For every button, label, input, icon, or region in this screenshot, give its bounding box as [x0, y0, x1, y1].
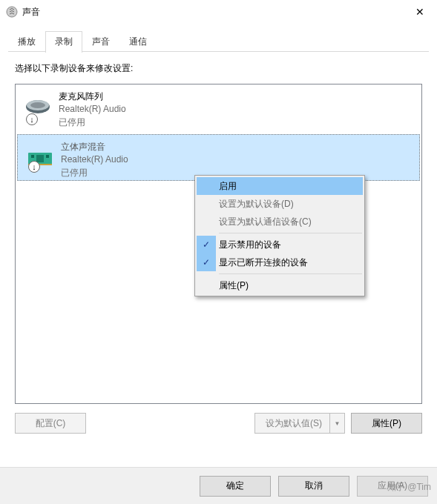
- ctx-separator: [219, 233, 362, 233]
- ctx-show-disconnected[interactable]: ✓ 显示已断开连接的设备: [197, 253, 363, 271]
- device-name: 立体声混音: [61, 141, 128, 153]
- set-default-label: 设为默认值(S): [266, 417, 322, 430]
- tab-communication[interactable]: 通信: [119, 32, 157, 52]
- titlebar: 声音 ✕: [0, 0, 437, 24]
- tabstrip: 播放 录制 声音 通信: [0, 24, 437, 52]
- context-menu: 启用 设置为默认设备(D) 设置为默认通信设备(C) ✓ 显示禁用的设备 ✓ 显…: [194, 175, 365, 296]
- svg-point-3: [30, 102, 45, 108]
- ctx-enable[interactable]: 启用: [197, 177, 363, 195]
- tab-recording[interactable]: 录制: [45, 31, 82, 53]
- properties-button[interactable]: 属性(P): [351, 413, 422, 434]
- device-status: 已停用: [61, 167, 128, 179]
- dialog-buttons: 确定 取消 应用(A): [0, 467, 437, 504]
- ctx-set-comm-default[interactable]: 设置为默认通信设备(C): [197, 213, 363, 231]
- device-item-microphone[interactable]: ↓ 麦克风阵列 Realtek(R) Audio 已停用: [16, 84, 421, 133]
- set-default-button[interactable]: 设为默认值(S) ▼: [254, 413, 345, 434]
- window-title: 声音: [22, 6, 403, 19]
- disabled-badge-icon: ↓: [28, 161, 40, 173]
- configure-button[interactable]: 配置(C): [15, 413, 86, 434]
- svg-rect-6: [46, 155, 49, 158]
- ctx-properties[interactable]: 属性(P): [197, 276, 363, 294]
- tab-sounds[interactable]: 声音: [82, 32, 119, 52]
- close-icon: ✕: [415, 6, 424, 18]
- ok-button[interactable]: 确定: [200, 476, 271, 497]
- ctx-label: 显示禁用的设备: [219, 239, 281, 251]
- ctx-label: 显示已断开连接的设备: [219, 256, 308, 269]
- app-icon: [6, 6, 18, 18]
- check-icon: ✓: [197, 253, 216, 271]
- instruction-text: 选择以下录制设备来修改设置:: [15, 62, 422, 75]
- chevron-down-icon: ▼: [329, 414, 344, 433]
- apply-button[interactable]: 应用(A): [357, 476, 428, 497]
- device-name: 麦克风阵列: [59, 90, 126, 103]
- cancel-button[interactable]: 取消: [278, 476, 349, 497]
- device-icon-wrap: ↓: [19, 139, 61, 176]
- check-icon: ✓: [197, 236, 216, 253]
- tab-playback[interactable]: 播放: [8, 32, 45, 52]
- close-button[interactable]: ✕: [403, 0, 437, 24]
- device-status: 已停用: [59, 116, 126, 129]
- device-icon-wrap: ↓: [17, 89, 59, 128]
- tab-buttons-row: 配置(C) 设为默认值(S) ▼ 属性(P): [0, 404, 437, 434]
- device-item-stereomix[interactable]: ↓ 立体声混音 Realtek(R) Audio 已停用: [17, 134, 420, 181]
- ctx-set-default[interactable]: 设置为默认设备(D): [197, 195, 363, 213]
- disabled-badge-icon: ↓: [26, 113, 38, 125]
- ctx-show-disabled[interactable]: ✓ 显示禁用的设备: [197, 236, 363, 253]
- svg-rect-7: [36, 155, 44, 162]
- device-driver: Realtek(R) Audio: [61, 153, 128, 166]
- svg-rect-5: [31, 155, 34, 158]
- ctx-separator: [219, 273, 362, 274]
- device-driver: Realtek(R) Audio: [59, 103, 126, 116]
